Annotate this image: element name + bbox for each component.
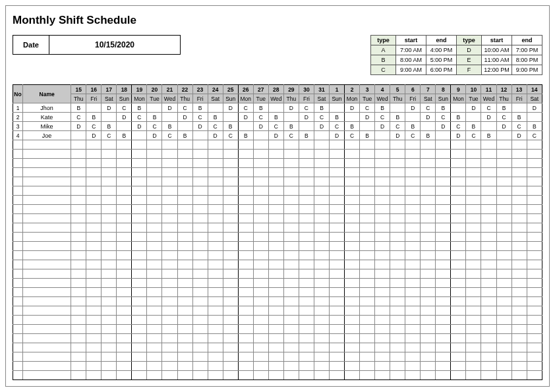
cell-shift bbox=[299, 297, 314, 306]
cell-name: Jhon bbox=[23, 103, 71, 113]
cell-shift: D bbox=[283, 103, 299, 113]
header-dow: Tue bbox=[253, 94, 268, 103]
cell-shift bbox=[496, 279, 511, 288]
cell-shift bbox=[511, 334, 527, 343]
shift-type-cell: 8:00 PM bbox=[512, 55, 542, 65]
cell-shift bbox=[451, 279, 466, 288]
cell-shift bbox=[527, 316, 542, 325]
cell-shift bbox=[527, 279, 542, 288]
cell-shift bbox=[117, 306, 132, 316]
cell-shift bbox=[71, 251, 86, 260]
cell-shift: C bbox=[314, 113, 329, 122]
cell-shift bbox=[86, 362, 102, 371]
cell-shift bbox=[421, 316, 436, 325]
cell-shift bbox=[496, 316, 511, 325]
cell-shift bbox=[451, 140, 466, 150]
cell-shift bbox=[102, 242, 117, 251]
cell-shift bbox=[238, 140, 253, 150]
cell-shift bbox=[238, 177, 253, 186]
cell-shift bbox=[238, 205, 253, 214]
cell-shift: D bbox=[511, 131, 527, 140]
cell-shift bbox=[253, 205, 268, 214]
cell-shift bbox=[132, 334, 147, 343]
cell-shift bbox=[527, 223, 542, 233]
cell-shift bbox=[102, 343, 117, 352]
cell-shift bbox=[132, 343, 147, 352]
cell-shift bbox=[192, 371, 208, 380]
cell-shift bbox=[481, 168, 496, 177]
cell-shift bbox=[481, 288, 496, 297]
cell-shift bbox=[253, 269, 268, 279]
cell-shift bbox=[330, 306, 345, 316]
cell-shift bbox=[253, 242, 268, 251]
cell-shift bbox=[208, 214, 223, 223]
cell-shift bbox=[390, 325, 405, 334]
cell-shift bbox=[71, 214, 86, 223]
cell-shift bbox=[466, 113, 481, 122]
cell-shift bbox=[132, 325, 147, 334]
cell-shift bbox=[117, 316, 132, 325]
cell-shift bbox=[345, 325, 360, 334]
cell-shift bbox=[421, 122, 436, 131]
header-dow: Sun bbox=[330, 94, 345, 103]
shift-type-cell: E bbox=[457, 55, 482, 65]
cell-shift bbox=[223, 269, 238, 279]
cell-shift bbox=[314, 288, 329, 297]
cell-shift bbox=[223, 260, 238, 269]
cell-shift bbox=[390, 288, 405, 297]
cell-no bbox=[13, 325, 23, 334]
cell-shift: B bbox=[436, 103, 451, 113]
cell-shift bbox=[132, 362, 147, 371]
cell-shift bbox=[481, 306, 496, 316]
cell-shift bbox=[299, 196, 314, 205]
shift-type-cell: F bbox=[457, 65, 482, 75]
cell-shift bbox=[208, 233, 223, 242]
cell-shift bbox=[177, 325, 192, 334]
cell-shift bbox=[86, 297, 102, 306]
cell-shift bbox=[527, 325, 542, 334]
header-day: 20 bbox=[147, 85, 162, 94]
header-day: 13 bbox=[511, 85, 527, 94]
cell-shift bbox=[436, 214, 451, 223]
cell-shift bbox=[223, 288, 238, 297]
cell-shift: B bbox=[496, 103, 511, 113]
cell-shift: D bbox=[527, 103, 542, 113]
cell-shift bbox=[268, 316, 283, 325]
cell-shift: B bbox=[71, 103, 86, 113]
cell-shift bbox=[253, 352, 268, 362]
cell-shift bbox=[147, 205, 162, 214]
cell-shift bbox=[102, 177, 117, 186]
cell-shift bbox=[162, 140, 177, 150]
cell-shift: D bbox=[177, 113, 192, 122]
cell-shift bbox=[299, 205, 314, 214]
cell-shift: B bbox=[527, 122, 542, 131]
cell-shift bbox=[253, 223, 268, 233]
cell-shift bbox=[451, 269, 466, 279]
cell-shift bbox=[375, 233, 390, 242]
cell-shift: C bbox=[481, 103, 496, 113]
cell-shift: D bbox=[223, 103, 238, 113]
cell-shift bbox=[192, 159, 208, 168]
cell-no bbox=[13, 343, 23, 352]
header-day: 2 bbox=[345, 85, 360, 94]
header-dow: Fri bbox=[192, 94, 208, 103]
cell-shift bbox=[330, 362, 345, 371]
cell-shift bbox=[405, 113, 421, 122]
cell-shift bbox=[162, 288, 177, 297]
cell-shift bbox=[71, 177, 86, 186]
cell-shift bbox=[238, 316, 253, 325]
cell-shift: D bbox=[102, 103, 117, 113]
header-dow: Thu bbox=[71, 94, 86, 103]
cell-shift bbox=[375, 159, 390, 168]
cell-name bbox=[23, 316, 71, 325]
cell-shift: D bbox=[192, 122, 208, 131]
cell-shift bbox=[330, 371, 345, 380]
cell-shift bbox=[496, 334, 511, 343]
cell-shift bbox=[314, 242, 329, 251]
cell-shift bbox=[466, 168, 481, 177]
cell-shift bbox=[147, 371, 162, 380]
cell-shift bbox=[253, 279, 268, 288]
cell-name bbox=[23, 196, 71, 205]
cell-shift: D bbox=[117, 113, 132, 122]
cell-shift: D bbox=[330, 131, 345, 140]
